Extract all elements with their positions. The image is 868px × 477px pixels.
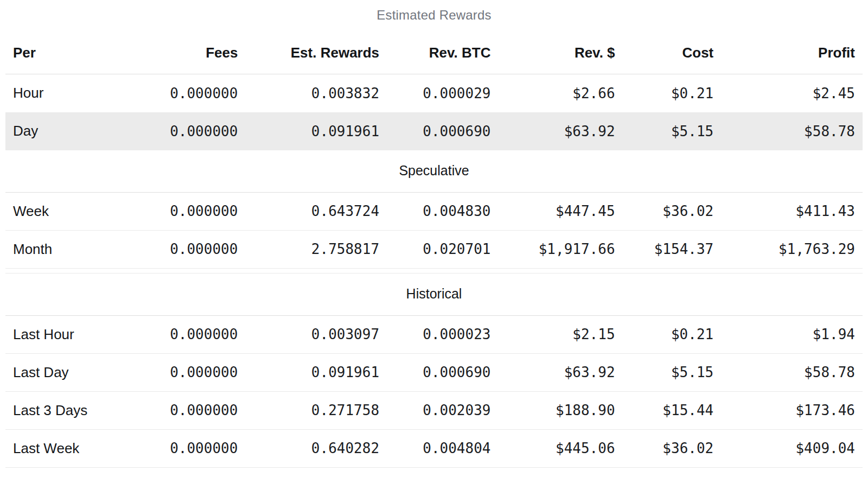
cell-value: 0.000690 (387, 353, 498, 391)
cell-value: 0.271758 (245, 391, 387, 429)
cell-value: $58.78 (721, 112, 863, 150)
cell-value: $447.45 (498, 192, 622, 230)
cell-value: 0.020701 (387, 230, 498, 268)
rewards-table: Per Fees Est. Rewards Rev. BTC Rev. $ Co… (5, 30, 863, 468)
cell-value: $58.78 (721, 353, 863, 391)
cell-value: 0.000000 (117, 192, 245, 230)
cell-value: $5.15 (623, 353, 722, 391)
cell-value: 0.640282 (245, 429, 387, 467)
row-label: Month (5, 230, 117, 268)
table-row[interactable]: Week 0.000000 0.643724 0.004830 $447.45 … (5, 192, 863, 230)
section-header-row: Speculative (5, 150, 863, 193)
cell-value: $411.43 (721, 192, 863, 230)
cell-value: 0.003832 (245, 74, 387, 112)
cell-value: 0.000000 (117, 230, 245, 268)
cell-value: 0.000000 (117, 315, 245, 353)
cell-value: $0.21 (623, 74, 722, 112)
cell-value: $154.37 (623, 230, 722, 268)
cell-value: 0.000000 (117, 391, 245, 429)
cell-value: 2.758817 (245, 230, 387, 268)
column-header-cost: Cost (623, 30, 722, 74)
cell-value: $2.45 (721, 74, 863, 112)
cell-value: $15.44 (623, 391, 722, 429)
section-header-row: Historical (5, 273, 863, 315)
section-title: Historical (5, 273, 863, 315)
cell-value: 0.000690 (387, 112, 498, 150)
cell-value: $409.04 (721, 429, 863, 467)
cell-value: $173.46 (721, 391, 863, 429)
table-body: Hour 0.000000 0.003832 0.000029 $2.66 $0… (5, 74, 863, 468)
table-header-row: Per Fees Est. Rewards Rev. BTC Rev. $ Co… (5, 30, 863, 74)
cell-value: $1.94 (721, 315, 863, 353)
row-label: Day (5, 112, 117, 150)
table-row[interactable]: Hour 0.000000 0.003832 0.000029 $2.66 $0… (5, 74, 863, 112)
table-row[interactable]: Last Hour 0.000000 0.003097 0.000023 $2.… (5, 315, 863, 353)
cell-value: 0.000029 (387, 74, 498, 112)
cell-value: 0.003097 (245, 315, 387, 353)
cell-value: 0.000000 (117, 353, 245, 391)
section-title: Speculative (5, 150, 863, 193)
cell-value: $445.06 (498, 429, 622, 467)
column-header-est-rewards: Est. Rewards (245, 30, 387, 74)
cell-value: 0.000000 (117, 112, 245, 150)
cell-value: $63.92 (498, 353, 622, 391)
cell-value: 0.000000 (117, 429, 245, 467)
row-label: Last Week (5, 429, 117, 467)
column-header-rev-usd: Rev. $ (498, 30, 622, 74)
column-header-per: Per (5, 30, 117, 74)
cell-value: $1,917.66 (498, 230, 622, 268)
cell-value: 0.000000 (117, 74, 245, 112)
cell-value: 0.004804 (387, 429, 498, 467)
cell-value: $63.92 (498, 112, 622, 150)
column-header-fees: Fees (117, 30, 245, 74)
estimated-rewards-panel: Estimated Rewards Per Fees Est. Rewards … (0, 0, 868, 468)
cell-value: 0.000023 (387, 315, 498, 353)
row-label: Last 3 Days (5, 391, 117, 429)
table-row[interactable]: Month 0.000000 2.758817 0.020701 $1,917.… (5, 230, 863, 268)
row-label: Last Hour (5, 315, 117, 353)
column-header-profit: Profit (721, 30, 863, 74)
cell-value: 0.004830 (387, 192, 498, 230)
cell-value: 0.091961 (245, 353, 387, 391)
cell-value: 0.643724 (245, 192, 387, 230)
table-row[interactable]: Last Day 0.000000 0.091961 0.000690 $63.… (5, 353, 863, 391)
cell-value: $0.21 (623, 315, 722, 353)
cell-value: $1,763.29 (721, 230, 863, 268)
cell-value: 0.091961 (245, 112, 387, 150)
cell-value: 0.002039 (387, 391, 498, 429)
table-row[interactable]: Day 0.000000 0.091961 0.000690 $63.92 $5… (5, 112, 863, 150)
table-row[interactable]: Last Week 0.000000 0.640282 0.004804 $44… (5, 429, 863, 467)
row-label: Week (5, 192, 117, 230)
cell-value: $2.66 (498, 74, 622, 112)
cell-value: $188.90 (498, 391, 622, 429)
section-divider (5, 268, 863, 273)
row-label: Hour (5, 74, 117, 112)
column-header-rev-btc: Rev. BTC (387, 30, 498, 74)
page-title: Estimated Rewards (5, 0, 863, 30)
cell-value: $5.15 (623, 112, 722, 150)
cell-value: $2.15 (498, 315, 622, 353)
cell-value: $36.02 (623, 429, 722, 467)
table-row[interactable]: Last 3 Days 0.000000 0.271758 0.002039 $… (5, 391, 863, 429)
row-label: Last Day (5, 353, 117, 391)
cell-value: $36.02 (623, 192, 722, 230)
